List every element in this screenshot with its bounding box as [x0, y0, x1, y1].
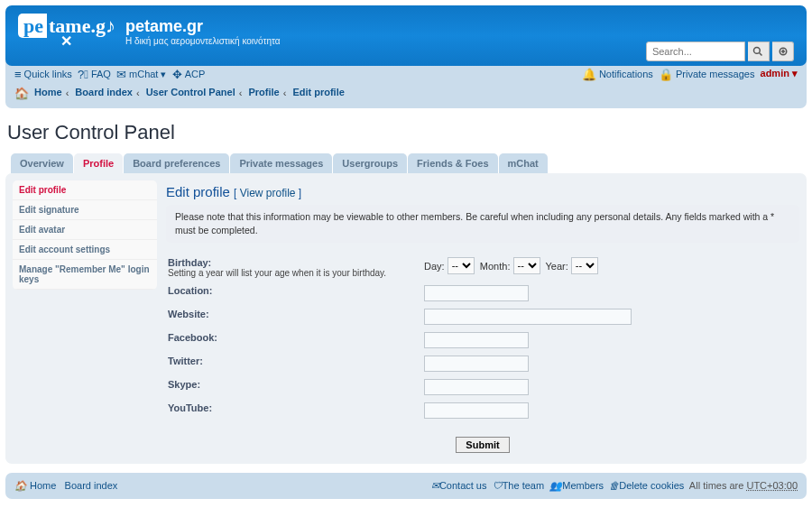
- sidebar-item-edit-profile[interactable]: Edit profile: [13, 180, 157, 200]
- youtube-label: YouTube:: [168, 402, 212, 413]
- skype-label: Skype:: [168, 379, 200, 390]
- facebook-input[interactable]: [424, 332, 529, 348]
- mchat-link[interactable]: ✉mChat ▾: [116, 69, 166, 79]
- footer-nav: 🏠 Home Board index ✉Contact us 🛡The team…: [5, 473, 807, 499]
- section-heading: Edit profile [ View profile ]: [166, 184, 799, 199]
- birthday-month-select[interactable]: --: [513, 257, 540, 274]
- tab-usergroups[interactable]: Usergroups: [333, 153, 407, 173]
- home-icon: 🏠: [14, 87, 29, 100]
- submit-button[interactable]: [456, 437, 509, 453]
- page-title: User Control Panel: [7, 121, 807, 144]
- crumb-board-index[interactable]: Board index: [75, 88, 133, 98]
- website-input[interactable]: [424, 309, 632, 325]
- sidebar-item-edit-signature[interactable]: Edit signature: [13, 200, 157, 220]
- delete-cookies-link[interactable]: 🗑Delete cookies: [609, 480, 684, 491]
- footer-board-index-link[interactable]: Board index: [65, 480, 118, 491]
- contact-us-link[interactable]: ✉Contact us: [431, 480, 487, 491]
- notifications-link[interactable]: 🔔Notifications: [582, 69, 653, 79]
- sidebar-item-edit-avatar[interactable]: Edit avatar: [13, 220, 157, 240]
- crumb-profile[interactable]: Profile: [248, 88, 279, 98]
- team-link[interactable]: 🛡The team: [493, 480, 544, 491]
- youtube-input[interactable]: [424, 402, 529, 419]
- breadcrumb: 🏠 Home‹ Board index‹ User Control Panel‹…: [14, 84, 798, 103]
- site-description: Η δική μας αερομοντελιστική κοινότητα: [125, 36, 281, 46]
- tab-overview[interactable]: Overview: [11, 153, 73, 173]
- sidebar-item-remember-me[interactable]: Manage "Remember Me" login keys: [13, 260, 157, 290]
- advanced-search-button[interactable]: [772, 42, 794, 61]
- view-profile-link[interactable]: View profile: [240, 187, 296, 199]
- faq-link[interactable]: ?⃝FAQ: [78, 69, 111, 79]
- twitter-input[interactable]: [424, 356, 529, 372]
- website-label: Website:: [168, 309, 209, 319]
- skype-input[interactable]: [424, 379, 529, 395]
- members-link[interactable]: 👥Members: [549, 480, 604, 491]
- facebook-label: Facebook:: [168, 332, 217, 343]
- birthday-hint: Setting a year will list your age when i…: [168, 268, 420, 278]
- tab-board-preferences[interactable]: Board preferences: [124, 153, 229, 173]
- info-note: Please note that this information may be…: [166, 205, 799, 242]
- header: petame.g♪ ✕ petame.gr Η δική μας αερομον…: [5, 5, 807, 66]
- location-label: Location:: [168, 285, 213, 296]
- svg-line-1: [760, 53, 762, 56]
- sidebar-item-edit-account[interactable]: Edit account settings: [13, 240, 157, 260]
- user-menu[interactable]: admin ▾: [761, 69, 798, 79]
- timezone-text: All times are UTC+03:00: [689, 480, 798, 491]
- private-messages-link[interactable]: 🔒Private messages: [659, 69, 754, 79]
- content-panel: Edit profile Edit signature Edit avatar …: [5, 173, 807, 463]
- tab-mchat[interactable]: mChat: [499, 153, 548, 173]
- crumb-edit-profile[interactable]: Edit profile: [292, 88, 344, 98]
- search-button[interactable]: [748, 42, 770, 61]
- footer-home-link[interactable]: Home: [30, 480, 56, 491]
- acp-link[interactable]: ✥ACP: [172, 69, 206, 79]
- crumb-ucp[interactable]: User Control Panel: [146, 88, 235, 98]
- search-input[interactable]: [646, 42, 745, 61]
- tab-profile[interactable]: Profile: [74, 153, 123, 173]
- search-box: [646, 42, 794, 61]
- twitter-label: Twitter:: [168, 356, 203, 366]
- tabs: OverviewProfileBoard preferencesPrivate …: [5, 153, 807, 173]
- sidebar: Edit profile Edit signature Edit avatar …: [13, 180, 157, 290]
- quick-links[interactable]: ≡Quick links: [14, 69, 72, 79]
- site-title: petame.gr: [125, 17, 281, 36]
- birthday-day-select[interactable]: --: [448, 257, 475, 274]
- birthday-year-select[interactable]: --: [571, 257, 598, 274]
- home-icon: 🏠: [14, 480, 27, 491]
- birthday-label: Birthday:: [168, 257, 211, 268]
- navbar: ≡Quick links ?⃝FAQ ✉mChat ▾ ✥ACP 🔔Notifi…: [5, 60, 807, 108]
- tab-private-messages[interactable]: Private messages: [230, 153, 332, 173]
- svg-point-0: [754, 48, 761, 54]
- tab-friends-foes[interactable]: Friends & Foes: [408, 153, 497, 173]
- location-input[interactable]: [424, 285, 529, 301]
- site-logo[interactable]: petame.g♪ ✕: [18, 14, 115, 48]
- crumb-home[interactable]: Home: [34, 88, 62, 98]
